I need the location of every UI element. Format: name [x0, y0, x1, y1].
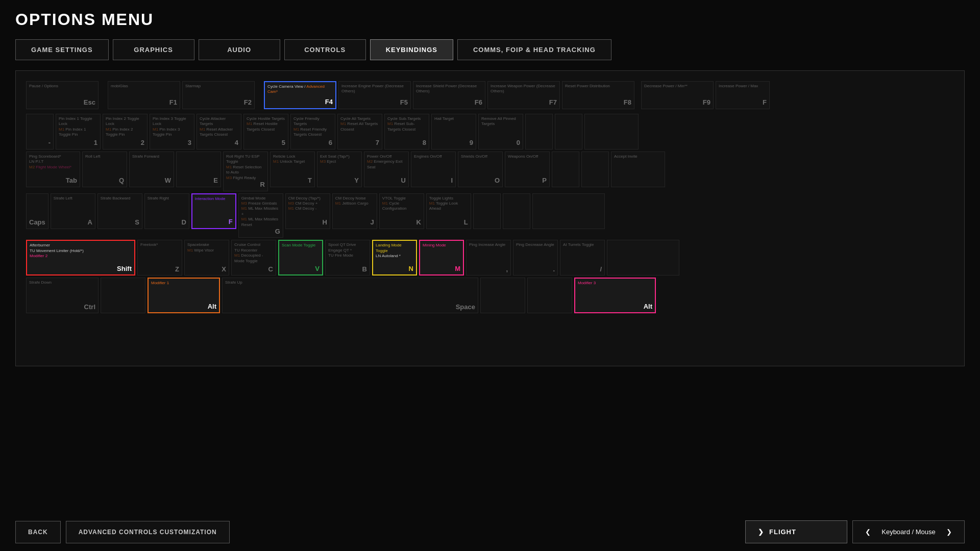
tab-comms[interactable]: COMMS, FOIP & HEAD TRACKING	[457, 39, 611, 60]
key-q[interactable]: Roll Left Q	[82, 152, 127, 187]
key-4[interactable]: Cycle Attacker TargetsM1 Reset Attacker …	[197, 114, 241, 149]
key-l[interactable]: Toggle LightsM1 Toggle Look Ahead L	[426, 193, 471, 229]
key-quote[interactable]	[503, 193, 530, 229]
key-i[interactable]: Engines On/Off I	[411, 152, 456, 187]
key-h[interactable]: CM Decoy (Tap/*)M3 CM Decoy +M1 CM Decoy…	[285, 193, 330, 229]
header: OPTIONS MENU	[0, 0, 980, 34]
key-f6[interactable]: Increase Shield Power (Decrease Others) …	[413, 81, 485, 109]
key-z[interactable]: Freelook* Z	[137, 240, 182, 276]
key-o[interactable]: Shields On/Off O	[458, 152, 503, 187]
key-f5[interactable]: Increase Engine Power (Decrease Others) …	[338, 81, 411, 109]
key-enter[interactable]	[532, 193, 605, 229]
key-x[interactable]: SpacebrakeM1 Wipe Visor X	[184, 240, 229, 276]
key-win-left[interactable]	[101, 278, 145, 313]
advanced-controls-button[interactable]: ADVANCED CONTROLS CUSTOMIZATION	[66, 521, 230, 543]
key-tilde[interactable]: -	[26, 114, 54, 149]
caps-row: Caps Strafe Left A Strafe Backward S Str…	[26, 193, 954, 238]
key-caps[interactable]: Caps	[26, 193, 48, 229]
key-menu[interactable]	[527, 278, 572, 313]
tab-graphics[interactable]: GRAPHICS	[113, 39, 194, 60]
key-2[interactable]: Pin Index 2 Toggle LockM1 Pin Index 2Tog…	[103, 114, 148, 149]
key-esc[interactable]: Pause / Options Esc	[26, 81, 99, 109]
key-period[interactable]: Ping Decrease Angle .	[513, 240, 558, 276]
key-d[interactable]: Strafe Right D	[144, 193, 189, 229]
key-t[interactable]: Reticle LockM1 Unlock Target T	[270, 152, 315, 187]
key-f8[interactable]: Reset Power Distribution F8	[562, 81, 634, 109]
key-3[interactable]: Pin Index 3 Toggle LockM1 Pin Index 3Tog…	[150, 114, 194, 149]
key-backspace[interactable]	[584, 114, 639, 149]
shift-row: AfterburnerTU Movement Limiter (Hold/*)M…	[26, 240, 954, 276]
key-5[interactable]: Cycle Hostile TargetsM1 Reset Hostile Ta…	[243, 114, 288, 149]
keyboard-mouse-button[interactable]: ❮ Keyboard / Mouse ❯	[852, 520, 965, 543]
keyboard-container: Pause / Options Esc mobiGlas F1 Starmap …	[15, 70, 965, 366]
tab-controls[interactable]: CONTROLS	[284, 39, 366, 60]
key-n[interactable]: Landing Mode ToggleLN Autoland * N	[372, 240, 417, 276]
key-m[interactable]: Mining Mode M	[419, 240, 464, 276]
key-ctrl[interactable]: Strafe Down Ctrl	[26, 278, 99, 313]
key-u[interactable]: Power On/OffM2 Emergency Exit Seat U	[364, 152, 409, 187]
kb-label: Keyboard / Mouse	[881, 528, 936, 536]
footer-left: BACK ADVANCED CONTROLS CUSTOMIZATION	[15, 521, 230, 543]
key-g[interactable]: Gimbal ModeM3 Freeze GimbalsM1 ML Max Mi…	[238, 193, 283, 238]
key-s[interactable]: Strafe Backward S	[97, 193, 142, 229]
key-0[interactable]: Remove All Pinned Targets 0	[478, 114, 523, 149]
back-button[interactable]: BACK	[15, 521, 61, 543]
number-row: - Pin Index 1 Toggle LockM1 Pin Index 1T…	[26, 114, 954, 149]
key-6[interactable]: Cycle Friendly TargetsM1 Reset Friendly …	[290, 114, 335, 149]
tab-keybindings[interactable]: KEYBINDINGS	[370, 39, 453, 60]
key-equals[interactable]	[555, 114, 582, 149]
key-v[interactable]: Scan Mode Toggle V	[278, 240, 323, 276]
key-lbracket[interactable]	[552, 152, 579, 187]
flight-arrow-icon: ❯	[758, 528, 764, 536]
flight-label: FLIGHT	[769, 528, 796, 536]
key-tab[interactable]: Ping Scoreboard*LN P.I.TM2 Flight Mode W…	[26, 152, 80, 187]
key-a[interactable]: Strafe Left A	[51, 193, 95, 229]
key-alt-right[interactable]: Modifier 3 Alt	[574, 278, 656, 313]
key-f7[interactable]: Increase Weapon Power (Decrease Others) …	[487, 81, 560, 109]
key-shift[interactable]: AfterburnerTU Movement Limiter (Hold/*)M…	[26, 240, 135, 276]
key-win-right[interactable]	[480, 278, 525, 313]
key-1[interactable]: Pin Index 1 Toggle LockM1 Pin Index 1Tog…	[56, 114, 101, 149]
tab-game-settings[interactable]: GAME SETTINGS	[15, 39, 109, 60]
key-f[interactable]: Interaction Mode F	[191, 193, 236, 229]
key-semicolon[interactable]	[473, 193, 501, 229]
kb-prev-icon[interactable]: ❮	[865, 528, 871, 536]
key-e[interactable]: E	[176, 152, 221, 187]
key-space[interactable]: Strafe Up Space	[222, 278, 478, 313]
key-b[interactable]: Spool QT Drive Engage QT *TU Fire Mode B	[325, 240, 370, 276]
key-p[interactable]: Weapons On/Off P	[505, 152, 550, 187]
key-f4[interactable]: Cycle Camera View / Advanced Cam* F4	[264, 81, 336, 109]
tab-row: Ping Scoreboard*LN P.I.TM2 Flight Mode W…	[26, 152, 954, 191]
key-k[interactable]: VTOL ToggleM1 Cycle Configuration K	[379, 193, 424, 229]
key-f9[interactable]: Decrease Power / Min** F9	[641, 81, 714, 109]
kb-next-icon[interactable]: ❯	[946, 528, 952, 536]
footer-right: ❯ FLIGHT ❮ Keyboard / Mouse ❯	[745, 520, 965, 543]
key-rbracket[interactable]	[581, 152, 609, 187]
key-backslash[interactable]: Accept Invite	[611, 152, 665, 187]
nav-tabs: GAME SETTINGS GRAPHICS AUDIO CONTROLS KE…	[0, 34, 980, 65]
key-alt[interactable]: Modifier 1 Alt	[148, 278, 220, 313]
key-7[interactable]: Cycle All TargetsM1 Reset All Targets Cl…	[337, 114, 382, 149]
key-shift-right[interactable]	[607, 240, 679, 276]
key-8[interactable]: Cycle Sub-TargetsM1 Reset Sub-Targets Cl…	[384, 114, 429, 149]
tab-audio[interactable]: AUDIO	[199, 39, 280, 60]
key-y[interactable]: Exit Seat (Tap/*)M3 Eject Y	[317, 152, 362, 187]
key-slash[interactable]: AI Turrets Toggle /	[560, 240, 605, 276]
key-w[interactable]: Strafe Forward W	[129, 152, 174, 187]
fn-row: Pause / Options Esc mobiGlas F1 Starmap …	[26, 81, 954, 112]
key-f2[interactable]: Starmap F2	[182, 81, 255, 109]
key-9[interactable]: Hail Target 9	[431, 114, 476, 149]
flight-button[interactable]: ❯ FLIGHT	[745, 520, 847, 543]
key-comma[interactable]: Ping Increase Angle ,	[466, 240, 511, 276]
key-r[interactable]: Roll Right TU ESP ToggleM1 Reset Selecti…	[223, 152, 268, 191]
key-j[interactable]: CM Decoy NoiseM1 Jettison Cargo J	[332, 193, 377, 229]
key-c[interactable]: Cruise ControlTU RecenterM1 Decoupled - …	[231, 240, 276, 276]
key-f1[interactable]: mobiGlas F1	[108, 81, 180, 109]
page-title: OPTIONS MENU	[15, 10, 965, 29]
bottom-row: Strafe Down Ctrl Modifier 1 Alt Strafe U…	[26, 278, 954, 313]
key-minus[interactable]	[525, 114, 553, 149]
key-f10[interactable]: Increase Power / Max F	[716, 81, 770, 109]
footer: BACK ADVANCED CONTROLS CUSTOMIZATION ❯ F…	[0, 513, 980, 551]
